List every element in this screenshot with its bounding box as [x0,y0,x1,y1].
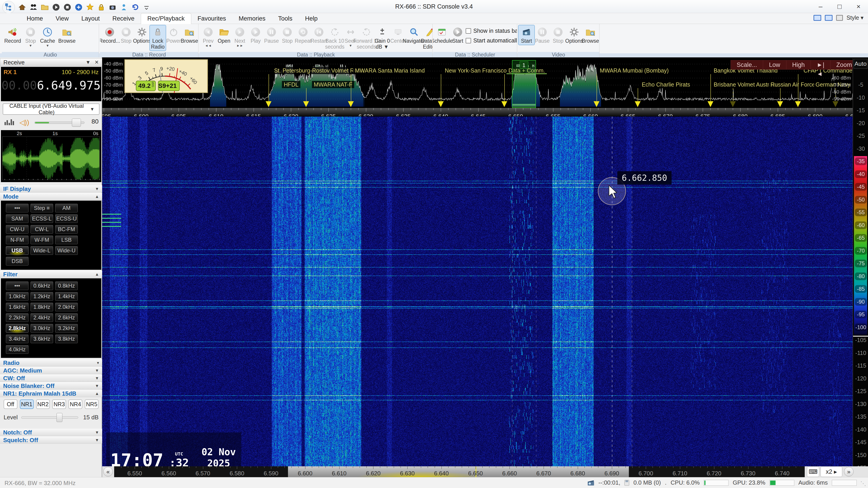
section-header-radio[interactable]: Radio▾ [0,359,102,366]
volume-slider-handle[interactable] [72,119,81,127]
band-ruler[interactable]: 6.5506.5606.5706.5806.5906.6006.6106.620… [114,466,805,477]
ribbon-button-stop[interactable]: Stop [118,25,134,45]
checkbox-box[interactable] [466,28,471,34]
filter-button-08kHz[interactable]: 0.8kHz [55,282,78,290]
menu-item-help[interactable]: Help [299,13,324,24]
chevron-icon[interactable]: ▼ [95,438,99,443]
mode-button-am[interactable]: AM [55,204,78,213]
filter-button-34kHz[interactable]: 3.4kHz [6,335,29,343]
ribbon-button-options[interactable]: Options [566,25,582,45]
display-1-icon[interactable] [813,15,821,21]
nr-button-nr5[interactable]: NR5 [85,399,98,409]
station-label-mwara-nat-f[interactable]: MWARA NAT-F [312,81,354,88]
filter-button-10kHz[interactable]: 1.0kHz [6,292,29,301]
mode-button-[interactable]: ••• [6,204,29,213]
section-header-noise-blanker[interactable]: Noise Blanker: Off▼ [0,382,102,390]
nr-button-nr4[interactable]: NR4 [68,399,82,409]
spectrum-button-scale[interactable]: Scale... [731,60,763,69]
menu-item-home[interactable]: Home [20,13,49,24]
display-2-icon[interactable] [825,15,833,21]
section-header-filter[interactable]: Filter▲ [0,271,102,278]
filter-button-16kHz[interactable]: 1.6kHz [6,303,29,311]
mode-button-widel[interactable]: Wide-L [31,246,53,255]
chevron-icon[interactable]: ▾ [97,360,99,365]
receive-panel-header[interactable]: Receive ▼ ✕ [0,58,102,66]
nav-scroll-right-button[interactable]: » [844,467,854,477]
checkbox-show-in-status-bar[interactable]: Show in status bar [466,28,517,34]
nav-scroll-left-button[interactable]: « [103,467,113,477]
filter-button-28kHz[interactable]: 2.8kHz [6,324,29,332]
mode-button-dsb[interactable]: DSB [6,257,29,265]
ribbon-button-browse[interactable]: Browse [57,25,77,45]
filter-button-06kHz[interactable]: 0.6kHz [31,282,53,290]
spectrum-button-[interactable]: ►|◄ [811,60,831,69]
filter-button-22kHz[interactable]: 2.2kHz [6,313,29,322]
filter-button-36kHz[interactable]: 3.6kHz [31,335,53,343]
filter-button-18kHz[interactable]: 1.8kHz [31,303,53,311]
filter-button-40kHz[interactable]: 4.0kHz [6,345,29,354]
spectrum-button-high[interactable]: High [786,60,811,69]
mode-button-wfm[interactable]: W-FM [31,236,53,244]
ribbon-button-stop[interactable]: Stop [550,25,566,45]
chevron-icon[interactable]: ▲ [95,391,99,396]
tuned-frequency[interactable]: 00.006.649.975 [1,78,101,92]
menu-item-memories[interactable]: Memories [232,13,272,24]
chevron-icon[interactable]: ▼ [95,430,99,435]
nr-button-nr1[interactable]: NR1 [20,399,34,409]
filter-button-12kHz[interactable]: 1.2kHz [31,292,53,301]
ribbon-button-power[interactable]: Power [166,25,182,45]
chevron-icon[interactable]: ▼ [95,376,99,381]
menu-item-view[interactable]: View [49,13,75,24]
chevron-icon[interactable]: ▲ [95,272,99,277]
checkbox-start-automatically[interactable]: Start automatically [466,37,517,44]
menu-item-tools[interactable]: Tools [272,13,299,24]
ribbon-button-datafile[interactable]: DatafileEditor [422,25,433,51]
maximize-button[interactable]: □ [830,0,849,13]
chevron-icon[interactable]: ▲ [95,194,99,199]
ribbon-button-record[interactable]: Record [3,25,23,45]
ribbon-button-gain-0[interactable]: Gain 0dB ▼ [374,25,390,51]
ribbon-button-options[interactable]: Options [134,25,150,45]
section-header-if-display[interactable]: IF Display▼ [0,185,102,193]
station-label-echo-charlie-pirats[interactable]: Echo Charlie Pirats [640,81,692,88]
station-label-hfdl[interactable]: HFDL [282,81,300,88]
filter-button-38kHz[interactable]: 3.8kHz [55,335,78,343]
chevron-icon[interactable]: ▼ [95,368,99,373]
menu-item-favourites[interactable]: Favourites [191,13,232,24]
ribbon-button-play[interactable]: Play [248,25,264,45]
ribbon-button-cache[interactable]: Cache▼ [38,25,57,48]
mode-button-bcfm[interactable]: BC-FM [55,225,78,234]
panel-close-icon[interactable]: ✕ [95,59,99,65]
volume-slider[interactable] [34,122,85,124]
station-label-mwara-santa-maria-island[interactable]: MWARA Santa Maria Island [353,67,427,74]
style-menu[interactable]: Style ▾ [846,14,864,21]
mode-button-ecssl[interactable]: ECSS-L [31,215,53,223]
ribbon-button-back-10[interactable]: Back 10seconds [327,25,343,51]
ribbon-button-start[interactable]: Start [519,25,534,45]
section-header-nr1[interactable]: NR1: Ephraim Malah 15dB▲ [0,390,102,397]
ribbon-button-prev[interactable]: Prev◄◄ [200,25,216,48]
mode-button-usb[interactable]: USB [6,246,29,255]
rx-passband-marker[interactable]: 1 [512,60,536,108]
menu-item-recplayback[interactable]: Rec/Playback [141,13,191,24]
resize-grip[interactable]: ⋱ [860,480,866,487]
spectrum-frequency-axis[interactable]: 6.5956.6006.6056.6106.6156.6206.6256.630… [102,108,852,116]
mode-button-ecssu[interactable]: ECSS-U [55,215,78,223]
ribbon-button-stop[interactable]: Stop▼ [23,25,38,48]
filter-button-26kHz[interactable]: 2.6kHz [55,313,78,322]
spectrum-button-zoom[interactable]: Zoom [831,60,852,69]
station-label-mwara-mumbai-bombay-[interactable]: MWARA Mumbai (Bombay) [598,67,671,74]
ribbon-button-browse[interactable]: Browse [582,25,598,45]
ribbon-button-pause[interactable]: Pause [534,25,550,45]
section-header-cw[interactable]: CW: Off▼ [0,375,102,382]
chevron-icon[interactable]: ▼ [95,187,99,191]
menu-item-receive[interactable]: Receive [106,13,141,24]
station-label-st-petersburg-rostov-volmet-rusia[interactable]: St. Petersburg-Rostov Volmet Rusia [272,67,366,74]
checkbox-box[interactable] [466,38,471,43]
audio-device-select[interactable]: CABLE Input (VB-Audio Virtual Cable) ▼ [3,103,99,115]
mode-button-sam[interactable]: SAM [6,215,29,223]
auto-scale-button[interactable]: Auto [854,59,867,69]
waterfall-color-scale[interactable]: Auto -5-10-15-20-25-30-35-40-45-50-55-60… [852,58,868,466]
mode-button-wideu[interactable]: Wide-U [55,246,78,255]
mode-button-step[interactable]: Step ≡ [31,204,53,213]
